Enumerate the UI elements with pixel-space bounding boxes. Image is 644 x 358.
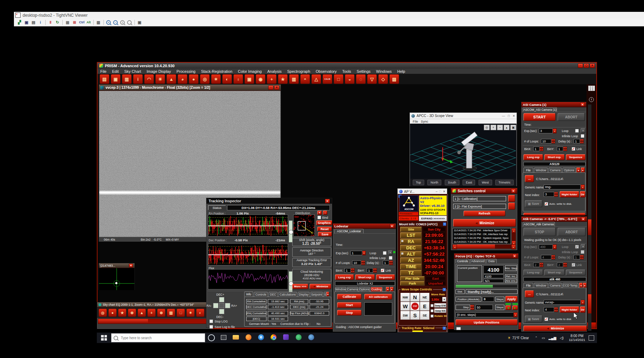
view-top-button[interactable]: Top bbox=[413, 180, 424, 185]
win-key-icon[interactable]: ⊞ bbox=[71, 20, 78, 25]
asi-tab-options[interactable]: Options bbox=[562, 168, 576, 172]
switch-2-button[interactable] bbox=[508, 203, 515, 210]
atik-stop-button[interactable]: STOP bbox=[523, 228, 556, 236]
ap-row-label-ra[interactable]: RA▤ bbox=[400, 239, 422, 244]
asi-short-exp-button[interactable]: Short exp. bbox=[544, 154, 565, 160]
focus-step-spinner[interactable]: ▲▼ bbox=[470, 305, 474, 310]
atik-abort-loop-button[interactable]: ✕ bbox=[581, 244, 585, 249]
chrome-icon[interactable] bbox=[270, 334, 278, 342]
grid-icon[interactable]: ▥ bbox=[289, 74, 299, 84]
move-rate-value[interactable]: 1.00x bbox=[430, 297, 442, 302]
focus-title-bar[interactable]: Focus (#1) : Optec TCF-S ✕ bbox=[454, 254, 518, 259]
menu-stack-registration[interactable]: Stack-Registration bbox=[198, 69, 235, 73]
ra-plus-button[interactable] bbox=[225, 303, 230, 308]
tracking-rate-help-icon[interactable]: ? bbox=[443, 327, 446, 330]
focus-out-button[interactable]: ► bbox=[512, 305, 518, 310]
lodestar-link-checkbox[interactable]: ✓ bbox=[381, 268, 385, 272]
switch-item-2[interactable]: 2 [2- Flat Exposure] bbox=[453, 204, 506, 209]
fullscreen-icon[interactable]: ▣ bbox=[137, 20, 143, 25]
atik-tab-camera[interactable]: Camera bbox=[549, 283, 562, 288]
view-east-button[interactable]: East bbox=[463, 180, 475, 185]
asi-link-checkbox[interactable]: ✓ bbox=[572, 147, 575, 151]
asi-biny-spinner[interactable]: ▲▼ bbox=[563, 147, 567, 151]
zoom-out-icon[interactable]: − bbox=[112, 20, 119, 25]
prism-minimize-button[interactable]: ─ bbox=[578, 63, 583, 68]
menu-image-display[interactable]: Image Display bbox=[144, 69, 174, 73]
asi-generic-value[interactable]: Img- bbox=[544, 185, 581, 189]
guide-window-title-bar[interactable]: {2147483... ✕ bbox=[99, 263, 134, 268]
focus-pos-abs-value[interactable]: 0 bbox=[482, 297, 494, 302]
sphere-icon[interactable]: ◓ bbox=[300, 74, 310, 84]
asi-tabs-left-icon[interactable]: ◂ bbox=[576, 168, 580, 172]
alt-key[interactable]: Alt bbox=[86, 20, 92, 25]
zoom-100-icon[interactable]: 1 bbox=[119, 20, 126, 25]
comet-icon[interactable]: ✶ bbox=[186, 309, 195, 317]
atik-tabs-right-icon[interactable]: ▸ bbox=[583, 283, 587, 288]
apcc-menu-file[interactable]: File bbox=[410, 119, 421, 123]
ap-mount-help-icon[interactable]: ? bbox=[443, 223, 446, 226]
triangle-icon[interactable]: ▲ bbox=[166, 74, 176, 84]
new-connection-icon[interactable]: ▞ bbox=[16, 20, 23, 25]
calib-icon[interactable]: CALIB bbox=[323, 74, 332, 84]
triangle-icon[interactable]: ▲ bbox=[138, 309, 146, 317]
atik-exp-dropdown-icon[interactable]: ▾ bbox=[553, 244, 557, 249]
asi-loops-value[interactable]: 10 bbox=[541, 139, 551, 143]
graphics-button[interactable]: Graphics bbox=[316, 220, 332, 225]
swap-ns-button[interactable]: Swap N/S bbox=[434, 309, 446, 313]
ap-row-label-site[interactable]: Site bbox=[400, 227, 422, 232]
atik-dir-button[interactable]: Dir bbox=[580, 306, 585, 313]
skychart-hscrollbar[interactable] bbox=[98, 319, 209, 324]
save-button[interactable]: Save bbox=[318, 232, 332, 236]
lodestar-long-exp-button[interactable]: Long exp bbox=[335, 274, 354, 280]
more-button[interactable]: More >>> bbox=[292, 284, 308, 289]
asi-next-spinner[interactable]: ▲▼ bbox=[554, 192, 558, 197]
asi-tab-window[interactable]: Window bbox=[534, 168, 548, 172]
tracking-tab-calculations[interactable]: Calculations bbox=[278, 292, 297, 297]
asi-binx-spinner[interactable]: ▲▼ bbox=[540, 147, 543, 151]
move-w-button[interactable]: W bbox=[401, 302, 410, 311]
menu-processing[interactable]: Processing bbox=[174, 69, 198, 73]
atik-tab[interactable]: ASCOM_Atik Cameras bbox=[523, 222, 555, 226]
ap-expand-button[interactable]: EXPAND >>>>>>> bbox=[419, 216, 447, 221]
view-north-button[interactable]: North bbox=[427, 180, 441, 185]
move-help-icon[interactable]: ? bbox=[443, 288, 446, 291]
frame-icon[interactable]: □ bbox=[177, 309, 185, 317]
square-icon[interactable]: □ bbox=[334, 74, 343, 84]
teamviewer-icon[interactable] bbox=[295, 334, 303, 342]
tracking-tab-controls[interactable]: Controls bbox=[254, 292, 268, 297]
prism-title-bar[interactable]: PRISM - Advanced version 10.4.20.930 ─ ▢… bbox=[98, 63, 596, 69]
atik-title-bar[interactable]: Atik Cameras -> -5.0°C [78% , -5.0°C] ✕ bbox=[521, 217, 587, 222]
lodestar-tabs-left-icon[interactable]: ◂ bbox=[386, 287, 389, 291]
asi-long-exp-button[interactable]: Long exp bbox=[523, 154, 543, 160]
move-sw-button[interactable]: SW bbox=[401, 311, 410, 320]
focus-enc-dropdown-icon[interactable]: ▾ bbox=[513, 312, 518, 317]
globe2-icon[interactable]: ◒ bbox=[345, 74, 355, 84]
rotate90-checkbox[interactable] bbox=[430, 314, 434, 318]
prism-close-button[interactable]: ✕ bbox=[590, 63, 595, 68]
switches-minimize-button[interactable]: ◄Minimize bbox=[453, 219, 516, 227]
switch-1-button[interactable] bbox=[508, 195, 515, 202]
switches-vscrollbar[interactable]: ▴▾ bbox=[512, 228, 516, 244]
tracking-tab-setpoint[interactable]: Setpoint bbox=[310, 292, 323, 297]
asi-infinite-checkbox[interactable] bbox=[581, 134, 584, 138]
zoom-fit-icon[interactable] bbox=[126, 20, 133, 25]
focus-update-button[interactable]: Update Positions bbox=[456, 319, 518, 325]
save-icon[interactable]: ▣ bbox=[111, 74, 121, 84]
star-icon[interactable]: ★ bbox=[278, 74, 288, 84]
info-icon[interactable]: i bbox=[589, 97, 594, 102]
weather-text[interactable]: 71°F Clear bbox=[512, 336, 529, 340]
atik-next-spinner[interactable]: ▲▼ bbox=[554, 307, 558, 312]
focus-apply-button[interactable]: Apply bbox=[505, 296, 518, 302]
lodestar-ao-calibration-button[interactable]: AO calibration bbox=[364, 294, 392, 299]
asi-title-bar[interactable]: ASI Camera (1) ✕ bbox=[521, 102, 586, 107]
swap-ns-checkbox[interactable] bbox=[430, 309, 434, 312]
refresh-icon[interactable]: ↻ bbox=[54, 20, 61, 25]
pause-icon[interactable]: ‖ bbox=[47, 20, 54, 25]
asi-start-button[interactable]: START bbox=[523, 113, 556, 121]
ctrl-alt-del-icon[interactable]: ▦ bbox=[64, 20, 71, 25]
focus-step-value[interactable]: 50 bbox=[475, 305, 493, 310]
apcc-title-bar[interactable]: APCC - 3D Scope View — □ ✕ bbox=[410, 113, 517, 119]
lodestar-close-icon[interactable]: ✕ bbox=[390, 224, 394, 228]
atik-save-button[interactable]: ▤Save bbox=[525, 316, 542, 322]
sun-icon[interactable]: ☀ bbox=[155, 74, 165, 84]
